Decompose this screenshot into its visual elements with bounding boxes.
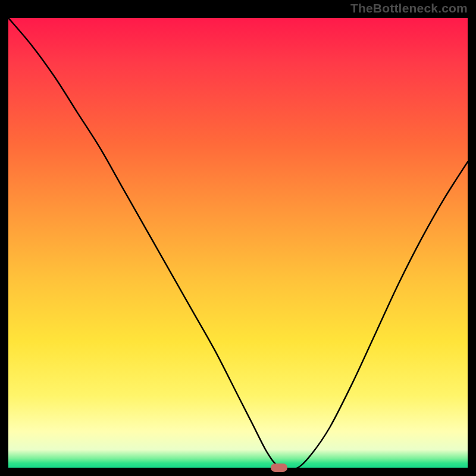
bottleneck-curve [8,18,468,468]
chart-stage: TheBottleneck.com [0,0,476,476]
plot-inner [8,18,468,468]
curve-layer [8,18,468,468]
plot-area [8,18,468,468]
watermark-text: TheBottleneck.com [350,1,468,15]
optimal-point-marker [271,464,287,472]
